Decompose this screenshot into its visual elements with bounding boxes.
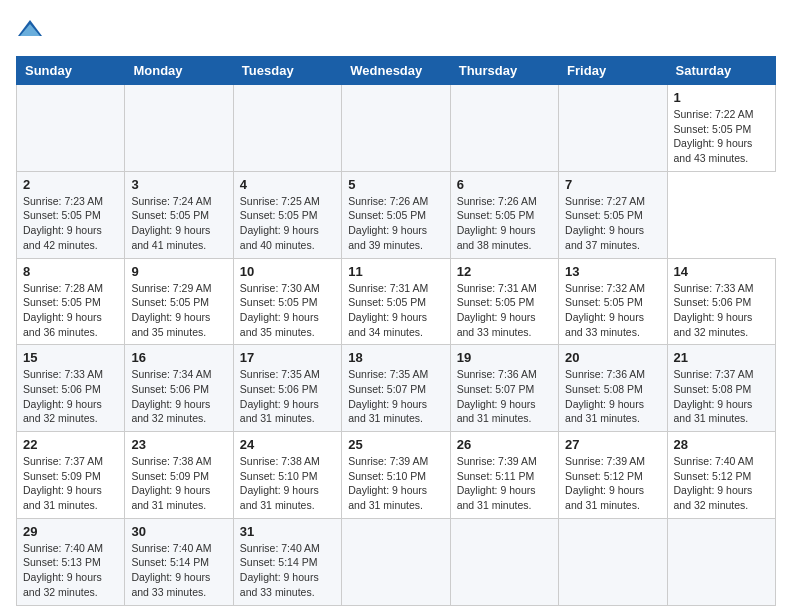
day-info: Sunrise: 7:31 AMSunset: 5:05 PMDaylight:…: [457, 282, 537, 338]
calendar-week-row: 15Sunrise: 7:33 AMSunset: 5:06 PMDayligh…: [17, 345, 776, 432]
day-number: 4: [240, 177, 335, 192]
calendar-day-cell: 12Sunrise: 7:31 AMSunset: 5:05 PMDayligh…: [450, 258, 558, 345]
day-number: 19: [457, 350, 552, 365]
logo-icon: [16, 16, 44, 44]
calendar-empty-cell: [342, 518, 450, 605]
day-number: 14: [674, 264, 769, 279]
calendar-empty-cell: [342, 85, 450, 172]
day-number: 2: [23, 177, 118, 192]
calendar-day-cell: 6Sunrise: 7:26 AMSunset: 5:05 PMDaylight…: [450, 171, 558, 258]
day-number: 30: [131, 524, 226, 539]
calendar-empty-cell: [559, 518, 667, 605]
day-number: 20: [565, 350, 660, 365]
day-info: Sunrise: 7:39 AMSunset: 5:12 PMDaylight:…: [565, 455, 645, 511]
calendar-day-cell: 14Sunrise: 7:33 AMSunset: 5:06 PMDayligh…: [667, 258, 775, 345]
calendar-day-cell: 17Sunrise: 7:35 AMSunset: 5:06 PMDayligh…: [233, 345, 341, 432]
day-number: 18: [348, 350, 443, 365]
day-info: Sunrise: 7:30 AMSunset: 5:05 PMDaylight:…: [240, 282, 320, 338]
day-info: Sunrise: 7:39 AMSunset: 5:10 PMDaylight:…: [348, 455, 428, 511]
calendar-day-cell: 1Sunrise: 7:22 AMSunset: 5:05 PMDaylight…: [667, 85, 775, 172]
day-info: Sunrise: 7:26 AMSunset: 5:05 PMDaylight:…: [457, 195, 537, 251]
calendar-week-row: 29Sunrise: 7:40 AMSunset: 5:13 PMDayligh…: [17, 518, 776, 605]
day-info: Sunrise: 7:31 AMSunset: 5:05 PMDaylight:…: [348, 282, 428, 338]
logo: [16, 16, 48, 44]
day-number: 28: [674, 437, 769, 452]
calendar-day-cell: 26Sunrise: 7:39 AMSunset: 5:11 PMDayligh…: [450, 432, 558, 519]
calendar-day-cell: 24Sunrise: 7:38 AMSunset: 5:10 PMDayligh…: [233, 432, 341, 519]
day-number: 6: [457, 177, 552, 192]
calendar-body: 1Sunrise: 7:22 AMSunset: 5:05 PMDaylight…: [17, 85, 776, 606]
day-info: Sunrise: 7:37 AMSunset: 5:08 PMDaylight:…: [674, 368, 754, 424]
calendar-day-cell: 2Sunrise: 7:23 AMSunset: 5:05 PMDaylight…: [17, 171, 125, 258]
calendar-day-cell: 27Sunrise: 7:39 AMSunset: 5:12 PMDayligh…: [559, 432, 667, 519]
day-info: Sunrise: 7:33 AMSunset: 5:06 PMDaylight:…: [23, 368, 103, 424]
calendar-day-cell: 8Sunrise: 7:28 AMSunset: 5:05 PMDaylight…: [17, 258, 125, 345]
calendar-day-header: Wednesday: [342, 57, 450, 85]
calendar-day-cell: 20Sunrise: 7:36 AMSunset: 5:08 PMDayligh…: [559, 345, 667, 432]
day-number: 27: [565, 437, 660, 452]
day-info: Sunrise: 7:36 AMSunset: 5:07 PMDaylight:…: [457, 368, 537, 424]
day-info: Sunrise: 7:38 AMSunset: 5:09 PMDaylight:…: [131, 455, 211, 511]
day-info: Sunrise: 7:40 AMSunset: 5:12 PMDaylight:…: [674, 455, 754, 511]
day-info: Sunrise: 7:33 AMSunset: 5:06 PMDaylight:…: [674, 282, 754, 338]
calendar-day-cell: 16Sunrise: 7:34 AMSunset: 5:06 PMDayligh…: [125, 345, 233, 432]
calendar-day-header: Sunday: [17, 57, 125, 85]
day-info: Sunrise: 7:26 AMSunset: 5:05 PMDaylight:…: [348, 195, 428, 251]
day-info: Sunrise: 7:28 AMSunset: 5:05 PMDaylight:…: [23, 282, 103, 338]
calendar-day-cell: 30Sunrise: 7:40 AMSunset: 5:14 PMDayligh…: [125, 518, 233, 605]
calendar-day-cell: 19Sunrise: 7:36 AMSunset: 5:07 PMDayligh…: [450, 345, 558, 432]
calendar-day-cell: 29Sunrise: 7:40 AMSunset: 5:13 PMDayligh…: [17, 518, 125, 605]
day-number: 10: [240, 264, 335, 279]
day-number: 3: [131, 177, 226, 192]
calendar-day-header: Thursday: [450, 57, 558, 85]
calendar-week-row: 2Sunrise: 7:23 AMSunset: 5:05 PMDaylight…: [17, 171, 776, 258]
day-number: 1: [674, 90, 769, 105]
calendar-header-row: SundayMondayTuesdayWednesdayThursdayFrid…: [17, 57, 776, 85]
day-number: 17: [240, 350, 335, 365]
calendar-day-cell: 7Sunrise: 7:27 AMSunset: 5:05 PMDaylight…: [559, 171, 667, 258]
calendar-week-row: 8Sunrise: 7:28 AMSunset: 5:05 PMDaylight…: [17, 258, 776, 345]
calendar-empty-cell: [450, 85, 558, 172]
calendar-day-header: Monday: [125, 57, 233, 85]
day-info: Sunrise: 7:35 AMSunset: 5:06 PMDaylight:…: [240, 368, 320, 424]
calendar-day-cell: 3Sunrise: 7:24 AMSunset: 5:05 PMDaylight…: [125, 171, 233, 258]
day-info: Sunrise: 7:24 AMSunset: 5:05 PMDaylight:…: [131, 195, 211, 251]
page-header: [16, 16, 776, 44]
day-number: 9: [131, 264, 226, 279]
day-info: Sunrise: 7:25 AMSunset: 5:05 PMDaylight:…: [240, 195, 320, 251]
day-number: 31: [240, 524, 335, 539]
calendar-day-cell: 28Sunrise: 7:40 AMSunset: 5:12 PMDayligh…: [667, 432, 775, 519]
calendar-day-header: Friday: [559, 57, 667, 85]
calendar-day-cell: 5Sunrise: 7:26 AMSunset: 5:05 PMDaylight…: [342, 171, 450, 258]
calendar-table: SundayMondayTuesdayWednesdayThursdayFrid…: [16, 56, 776, 606]
calendar-week-row: 1Sunrise: 7:22 AMSunset: 5:05 PMDaylight…: [17, 85, 776, 172]
day-number: 7: [565, 177, 660, 192]
day-number: 16: [131, 350, 226, 365]
calendar-empty-cell: [667, 518, 775, 605]
day-info: Sunrise: 7:22 AMSunset: 5:05 PMDaylight:…: [674, 108, 754, 164]
day-number: 24: [240, 437, 335, 452]
day-info: Sunrise: 7:38 AMSunset: 5:10 PMDaylight:…: [240, 455, 320, 511]
day-number: 23: [131, 437, 226, 452]
calendar-day-cell: 15Sunrise: 7:33 AMSunset: 5:06 PMDayligh…: [17, 345, 125, 432]
calendar-empty-cell: [125, 85, 233, 172]
calendar-day-cell: 4Sunrise: 7:25 AMSunset: 5:05 PMDaylight…: [233, 171, 341, 258]
day-number: 11: [348, 264, 443, 279]
calendar-day-header: Tuesday: [233, 57, 341, 85]
day-number: 25: [348, 437, 443, 452]
calendar-week-row: 22Sunrise: 7:37 AMSunset: 5:09 PMDayligh…: [17, 432, 776, 519]
calendar-day-header: Saturday: [667, 57, 775, 85]
day-number: 13: [565, 264, 660, 279]
calendar-day-cell: 23Sunrise: 7:38 AMSunset: 5:09 PMDayligh…: [125, 432, 233, 519]
calendar-day-cell: 18Sunrise: 7:35 AMSunset: 5:07 PMDayligh…: [342, 345, 450, 432]
calendar-day-cell: 11Sunrise: 7:31 AMSunset: 5:05 PMDayligh…: [342, 258, 450, 345]
calendar-day-cell: 21Sunrise: 7:37 AMSunset: 5:08 PMDayligh…: [667, 345, 775, 432]
day-info: Sunrise: 7:27 AMSunset: 5:05 PMDaylight:…: [565, 195, 645, 251]
day-info: Sunrise: 7:32 AMSunset: 5:05 PMDaylight:…: [565, 282, 645, 338]
calendar-empty-cell: [17, 85, 125, 172]
calendar-day-cell: 31Sunrise: 7:40 AMSunset: 5:14 PMDayligh…: [233, 518, 341, 605]
calendar-empty-cell: [233, 85, 341, 172]
day-number: 21: [674, 350, 769, 365]
day-number: 12: [457, 264, 552, 279]
day-info: Sunrise: 7:36 AMSunset: 5:08 PMDaylight:…: [565, 368, 645, 424]
